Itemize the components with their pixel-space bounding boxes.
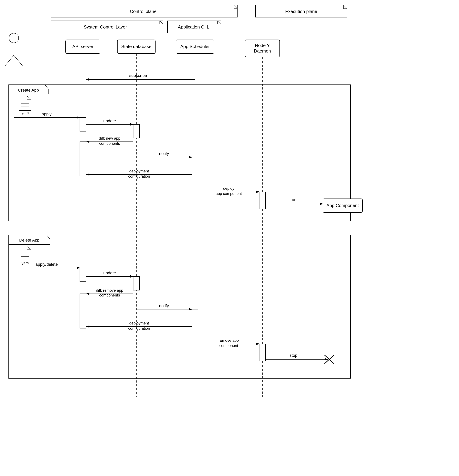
yaml-label-2: .yaml bbox=[21, 261, 30, 265]
svg-rect-55 bbox=[80, 294, 86, 328]
node-daemon-label-1: Node Y bbox=[255, 43, 270, 48]
app-component-box-label: App Component bbox=[327, 203, 359, 208]
diff-new-label2: components bbox=[99, 141, 120, 146]
state-db-label: State database bbox=[121, 44, 152, 49]
svg-rect-44 bbox=[9, 235, 350, 378]
remove-label-1: remove app bbox=[219, 338, 239, 343]
svg-rect-57 bbox=[192, 309, 198, 337]
apply-label: apply bbox=[41, 112, 51, 116]
svg-rect-38 bbox=[192, 157, 198, 185]
yaml-label-1: .yaml bbox=[21, 110, 30, 115]
deploy-config-label-4: configuration bbox=[128, 326, 150, 331]
stop-label: stop bbox=[289, 353, 297, 358]
delete-app-label: Delete App bbox=[19, 238, 39, 242]
system-control-layer-label: System Control Layer bbox=[84, 24, 127, 30]
svg-rect-51 bbox=[80, 268, 86, 282]
remove-label-2: component bbox=[219, 343, 238, 348]
svg-rect-32 bbox=[80, 118, 86, 131]
execution-plane-label: Execution plane bbox=[285, 9, 317, 14]
diff-new-label: diff: new app bbox=[99, 136, 120, 140]
svg-point-14 bbox=[9, 33, 19, 43]
app-scheduler-label: App Scheduler bbox=[180, 44, 210, 49]
create-app-label: Create App bbox=[18, 88, 39, 93]
apply-delete-label: apply/delete bbox=[35, 262, 58, 267]
svg-rect-53 bbox=[133, 276, 139, 290]
update-label-2: update bbox=[103, 271, 116, 275]
deploy-config-label-2: configuration bbox=[128, 174, 150, 178]
subscribe-label: subscribe bbox=[129, 73, 147, 78]
app-cl-label: Application C. L. bbox=[178, 24, 210, 30]
svg-rect-60 bbox=[259, 344, 265, 361]
api-server-label: API server bbox=[72, 44, 93, 49]
diff-remove-label-2: components bbox=[99, 293, 120, 297]
node-daemon-label-2: Daemon bbox=[254, 48, 271, 54]
svg-line-18 bbox=[14, 55, 23, 66]
svg-rect-41 bbox=[259, 192, 265, 209]
notify-label-2: notify bbox=[159, 303, 169, 308]
svg-rect-34 bbox=[133, 124, 139, 138]
svg-rect-25 bbox=[9, 85, 350, 221]
svg-line-17 bbox=[5, 55, 14, 66]
deploy-label-2: app component bbox=[216, 191, 242, 196]
notify-label-1: notify bbox=[159, 151, 169, 156]
deploy-config-label-3: deployment bbox=[129, 321, 149, 325]
svg-rect-36 bbox=[80, 142, 86, 176]
update-label-1: update bbox=[103, 119, 116, 123]
deploy-label-1: deploy bbox=[223, 186, 234, 191]
deploy-config-label-1: deployment bbox=[129, 169, 149, 173]
diff-remove-label-1: diff: remove app bbox=[96, 288, 123, 292]
diagram-container: Control plane Execution plane System Con… bbox=[0, 0, 459, 476]
run-label: run bbox=[291, 197, 296, 202]
control-plane-label: Control plane bbox=[130, 9, 157, 14]
